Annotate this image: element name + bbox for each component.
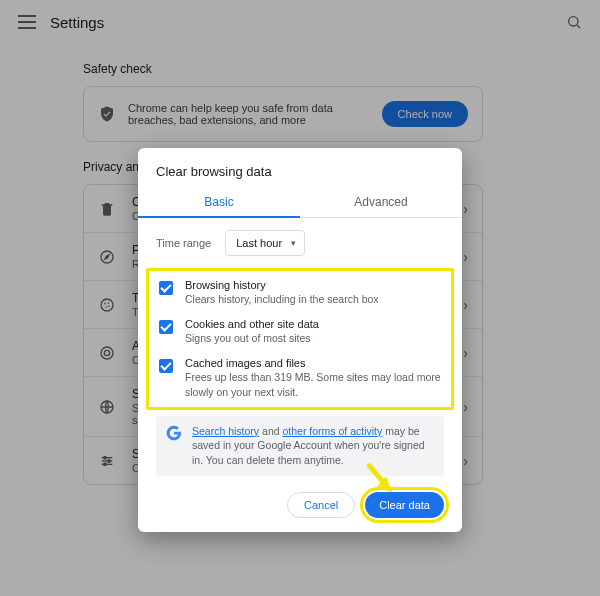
dialog-tabs: Basic Advanced	[138, 189, 462, 218]
google-account-text: Search history and other forms of activi…	[192, 424, 434, 468]
checkbox-browsing-history[interactable]	[159, 281, 173, 295]
time-range-row: Time range Last hour	[138, 218, 462, 268]
info-mid: and	[259, 425, 282, 437]
checkbox-cookies[interactable]	[159, 320, 173, 334]
checkbox-cached[interactable]	[159, 359, 173, 373]
svg-marker-18	[376, 476, 392, 492]
cancel-button[interactable]: Cancel	[287, 492, 355, 518]
clear-data-button[interactable]: Clear data	[365, 492, 444, 518]
dialog-title: Clear browsing data	[138, 148, 462, 189]
other-activity-link[interactable]: other forms of activity	[282, 425, 382, 437]
tab-basic[interactable]: Basic	[138, 189, 300, 217]
option-title: Cookies and other site data	[185, 318, 319, 330]
tab-advanced[interactable]: Advanced	[300, 189, 462, 217]
option-title: Browsing history	[185, 279, 379, 291]
search-history-link[interactable]: Search history	[192, 425, 259, 437]
time-range-select[interactable]: Last hour	[225, 230, 305, 256]
dialog-actions: Cancel Clear data	[138, 476, 462, 518]
time-range-label: Time range	[156, 237, 211, 249]
google-logo-icon	[166, 425, 182, 441]
option-cookies[interactable]: Cookies and other site data Signs you ou…	[149, 314, 451, 353]
option-title: Cached images and files	[185, 357, 441, 369]
option-cached[interactable]: Cached images and files Frees up less th…	[149, 353, 451, 406]
options-highlight: Browsing history Clears history, includi…	[146, 268, 454, 410]
option-sub: Frees up less than 319 MB. Some sites ma…	[185, 370, 441, 398]
option-browsing-history[interactable]: Browsing history Clears history, includi…	[149, 275, 451, 314]
option-sub: Signs you out of most sites	[185, 331, 319, 345]
google-account-info: Search history and other forms of activi…	[156, 416, 444, 476]
clear-browsing-data-dialog: Clear browsing data Basic Advanced Time …	[138, 148, 462, 532]
option-sub: Clears history, including in the search …	[185, 292, 379, 306]
